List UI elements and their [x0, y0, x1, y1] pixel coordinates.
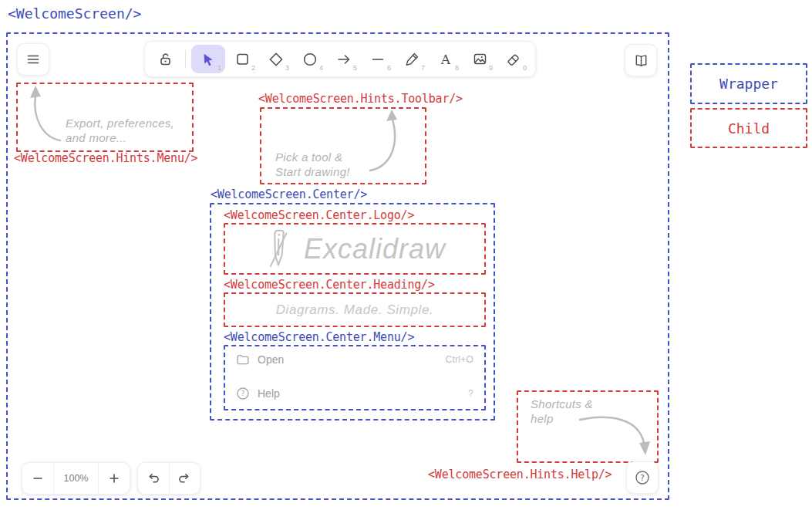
library-button[interactable]	[625, 44, 657, 76]
svg-text:A: A	[440, 51, 451, 66]
lock-open-icon	[157, 51, 174, 67]
tool-diamond[interactable]: 3	[259, 45, 293, 73]
legend-child-label: Child	[728, 120, 770, 137]
tool-shortcut: 4	[319, 64, 323, 72]
center-logo-box: Excalidraw	[224, 223, 486, 275]
tool-shortcut: 7	[421, 64, 425, 72]
page-title: <WelcomeScreen/>	[8, 5, 141, 22]
menu-item-label: Open	[258, 353, 284, 366]
center-heading-label: <WelcomeScreen.Center.Heading/>	[224, 278, 435, 292]
center-heading-box: Diagrams. Made. Simple.	[224, 292, 486, 327]
undo-button[interactable]	[138, 463, 169, 494]
excalidraw-pencil-icon	[264, 228, 293, 271]
image-icon	[472, 51, 488, 67]
menu-item-shortcut: ?	[468, 388, 473, 399]
tool-ellipse[interactable]: 4	[293, 45, 327, 73]
selection-cursor-icon	[200, 52, 216, 67]
legend-wrapper-label: Wrapper	[719, 76, 778, 92]
tool-shortcut: 2	[251, 64, 255, 72]
tool-shortcut: 0	[523, 64, 527, 72]
ellipse-icon	[302, 51, 318, 68]
main-menu-button[interactable]	[17, 43, 49, 76]
hints-toolbar-label: <WelcomeScreen.Hints.Toolbar/>	[258, 92, 463, 106]
hints-menu-text: Export, preferences, and more...	[66, 116, 174, 145]
tool-shortcut: 1	[217, 64, 221, 72]
svg-text:?: ?	[241, 389, 244, 397]
tool-shortcut: 5	[353, 64, 357, 72]
folder-icon	[236, 353, 250, 366]
toolbar: 1 2 3 4 5 6 7 A	[144, 41, 536, 77]
undo-icon	[147, 471, 160, 485]
diamond-icon	[268, 51, 285, 68]
tool-shortcut: 9	[489, 64, 493, 72]
menu-item-open[interactable]: Open Ctrl+O	[230, 348, 480, 371]
history-controls	[137, 462, 200, 495]
excalidraw-logo-text: Excalidraw	[304, 233, 446, 265]
help-circle-icon: ?	[236, 387, 250, 400]
legend-wrapper-box: Wrapper	[690, 63, 807, 104]
lock-tool-button[interactable]	[150, 45, 180, 73]
tool-image[interactable]: 9	[463, 45, 497, 73]
hint-arrow-up	[23, 85, 66, 145]
arrow-icon	[335, 51, 352, 68]
menu-item-shortcut: Ctrl+O	[446, 354, 473, 365]
tool-eraser[interactable]: 0	[497, 45, 531, 73]
center-label: <WelcomeScreen.Center/>	[211, 187, 367, 201]
text-icon: A	[437, 51, 454, 68]
draw-pencil-icon	[404, 51, 420, 67]
toolbar-divider	[185, 50, 186, 69]
tool-selection[interactable]: 1	[191, 45, 225, 73]
minus-icon	[32, 472, 44, 485]
question-circle-icon: ?	[634, 469, 651, 486]
menu-item-label: Help	[258, 387, 280, 400]
zoom-controls: 100%	[22, 462, 130, 495]
tool-text[interactable]: A 8	[429, 45, 463, 73]
center-menu-box: Open Ctrl+O ? Help ?	[224, 345, 486, 410]
svg-text:?: ?	[640, 473, 645, 483]
legend-child-box: Child	[690, 108, 807, 148]
open-book-icon	[633, 52, 649, 69]
redo-button[interactable]	[169, 463, 200, 494]
line-icon	[369, 51, 386, 68]
tool-arrow[interactable]: 5	[327, 45, 361, 73]
hints-help-label: <WelcomeScreen.Hints.Help/>	[428, 468, 612, 481]
hint-arrow-down	[571, 407, 655, 458]
tool-shortcut: 6	[387, 64, 391, 72]
eraser-icon	[505, 51, 522, 68]
hints-menu-label: <WelcomeScreen.Hints.Menu/>	[14, 151, 197, 165]
menu-item-help[interactable]: ? Help ?	[230, 382, 480, 405]
tool-shortcut: 3	[285, 64, 289, 72]
tool-line[interactable]: 6	[361, 45, 395, 73]
tool-shortcut: 8	[455, 64, 459, 72]
zoom-level[interactable]: 100%	[53, 463, 99, 494]
plus-icon	[108, 472, 120, 485]
rectangle-icon	[234, 51, 251, 67]
hamburger-icon	[25, 52, 41, 67]
center-heading-text: Diagrams. Made. Simple.	[276, 302, 434, 318]
center-logo-label: <WelcomeScreen.Center.Logo/>	[224, 208, 414, 222]
tool-draw[interactable]: 7	[395, 45, 429, 73]
redo-icon	[177, 471, 191, 485]
zoom-in-button[interactable]	[99, 463, 130, 494]
hint-arrow-up	[359, 109, 405, 175]
tool-rectangle[interactable]: 2	[225, 45, 259, 73]
help-button[interactable]: ?	[626, 461, 659, 494]
zoom-out-button[interactable]	[22, 463, 53, 494]
center-menu-label: <WelcomeScreen.Center.Menu/>	[224, 330, 414, 344]
hints-toolbar-text: Pick a tool & Start drawing!	[275, 150, 350, 179]
